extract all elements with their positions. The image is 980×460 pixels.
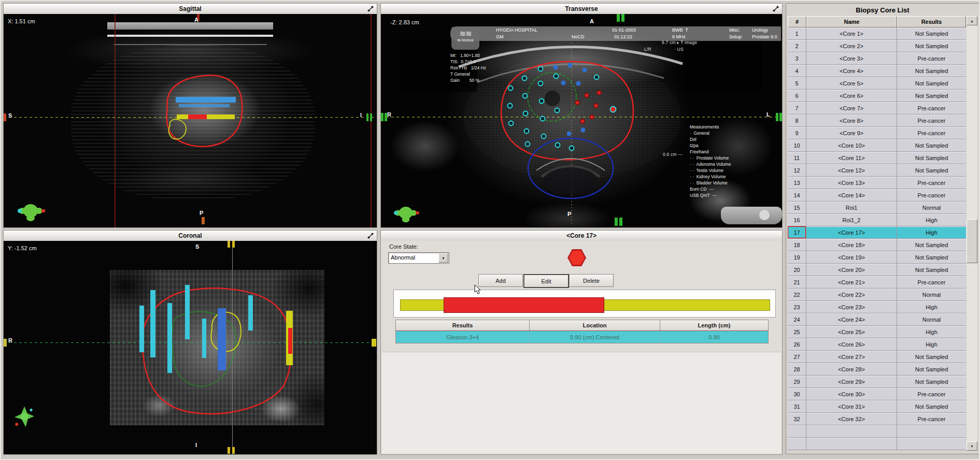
core-list-row[interactable]: 21<Core 21>Pre-cancer (788, 276, 966, 289)
orientation-superior: S (8, 112, 12, 119)
expand-view-icon[interactable] (367, 232, 374, 239)
overlay-text-line: t2pa (690, 142, 731, 149)
core-list-row[interactable]: 20<Core 20>Not Sampled (788, 264, 966, 276)
cell-number: 1 (788, 27, 806, 40)
coronal-viewport[interactable]: Y: -1.52 cm S R I (4, 241, 377, 454)
core-list-row[interactable]: 1<Core 1>Not Sampled (788, 27, 966, 40)
core-list-row[interactable]: 27<Core 27>Not Sampled (788, 351, 966, 363)
dropdown-arrow-icon[interactable]: ▼ (438, 253, 448, 263)
delete-button[interactable]: Delete (569, 274, 614, 287)
edit-button[interactable]: Edit (523, 274, 569, 288)
core-list-row[interactable]: 17<Core 17>High (788, 226, 966, 239)
core-list-row[interactable]: 13<Core 13>Pre-cancer (788, 177, 966, 189)
scroll-down-icon[interactable]: ▼ (967, 441, 977, 451)
ultrasound-header-bar: HYGEIA HOSPITAL GM NoCD 01-01-2003 01:12… (450, 26, 781, 41)
scrollbar-thumb[interactable] (967, 219, 977, 263)
core-list-row[interactable]: 18<Core 18>Not Sampled (788, 239, 966, 251)
expand-view-icon[interactable] (772, 5, 779, 12)
cell-number: 13 (788, 177, 806, 189)
cell-number: 26 (788, 338, 806, 351)
core-list-row[interactable]: 2<Core 2>Not Sampled (788, 40, 966, 52)
abnormal-core-glyph (567, 249, 586, 266)
sagittal-title: Sagittal (179, 5, 201, 12)
sagittal-viewport[interactable]: X: 1.51 cm A S I P (4, 14, 377, 227)
sagittal-panel: Sagittal X: 1.51 cm A (3, 3, 377, 228)
coronal-crosshair-vertical (232, 241, 233, 454)
core-list-row[interactable]: 24<Core 24>Normal (788, 313, 966, 326)
orientation-inferior: I (195, 442, 197, 448)
col-name[interactable]: Name (806, 16, 897, 27)
core-list-row[interactable]: 7<Core 7>Pre-cancer (788, 102, 966, 114)
scroll-up-icon[interactable]: ▲ (967, 16, 977, 25)
cell-result (897, 425, 966, 438)
core-list-row[interactable]: 29<Core 29>Not Sampled (788, 376, 966, 388)
expand-view-icon[interactable] (367, 5, 374, 12)
core-list-row[interactable]: 32<Core 32>Pre-cancer (788, 413, 966, 425)
cell-name: <Core 30> (806, 388, 897, 400)
cell-result: Pre-cancer (897, 102, 966, 114)
core-list-row[interactable]: 22<Core 22>Normal (788, 289, 966, 301)
cell-number: 24 (788, 313, 806, 326)
core-list-body: 1<Core 1>Not Sampled2<Core 2>Not Sampled… (788, 27, 966, 450)
core-list-row[interactable]: 16Roi1_2High (788, 214, 966, 226)
core-list-row[interactable]: 15Roi1Normal (788, 202, 966, 214)
overlay-text-line: MI: 1.80+1.80 (450, 52, 486, 59)
cell-name: <Core 5> (806, 77, 897, 90)
orientation-inferior: I (360, 112, 362, 118)
cell-result: High (897, 214, 966, 226)
core-list-row[interactable]: 19<Core 19>Not Sampled (788, 251, 966, 264)
cell-name: <Core 2> (806, 40, 897, 52)
core-list-row[interactable]: 11<Core 11>Not Sampled (788, 152, 966, 164)
cell-name: <Core 8> (806, 114, 897, 127)
core-list-row[interactable]: 10<Core 10>Not Sampled (788, 139, 966, 152)
cell-name: Roi1_2 (806, 214, 897, 226)
transverse-viewport[interactable]: ≋≋ bk Medical HYGEIA HOSPITAL GM NoCD 01… (381, 14, 782, 227)
body-marker-icon (391, 202, 420, 224)
cell-result: Not Sampled (897, 152, 966, 164)
exam-time: 01:12:22 (614, 34, 632, 39)
core-list-row[interactable]: 12<Core 12>Not Sampled (788, 164, 966, 177)
cell-name: <Core 23> (806, 301, 897, 313)
cell-result: Normal (897, 202, 966, 214)
core-list-row[interactable]: 23<Core 23>High (788, 301, 966, 313)
overlay-text-line: Del (690, 136, 731, 142)
core-list-row[interactable]: 25<Core 25>High (788, 326, 966, 338)
cell-result: High (897, 338, 966, 351)
core-list-row[interactable]: 30<Core 30>Pre-cancer (788, 388, 966, 400)
result-length: 0.90 (660, 331, 768, 343)
core-length-bar (393, 290, 776, 318)
add-button[interactable]: Add (478, 274, 523, 287)
cell-result: Not Sampled (897, 363, 966, 376)
core-results-table: Results Location Length (cm) Gleason 3+4… (395, 320, 769, 343)
core-list-row[interactable]: 3<Core 3>Pre-cancer (788, 52, 966, 65)
core-list-row[interactable]: 4<Core 4>Not Sampled (788, 65, 966, 77)
core-list-row[interactable]: 5<Core 5>Not Sampled (788, 77, 966, 90)
cell-result: Pre-cancer (897, 52, 966, 65)
core-list-empty-row[interactable] (788, 425, 966, 438)
cell-number: 31 (788, 400, 806, 413)
operator-id: GM (496, 34, 504, 39)
overlay-text-line: · · Kidney Volume (690, 174, 731, 180)
cell-name: <Core 13> (806, 177, 897, 189)
core-list-row[interactable]: 26<Core 26>High (788, 338, 966, 351)
body-marker-icon (15, 198, 46, 223)
core-list-empty-row[interactable] (788, 438, 966, 450)
core-state-dropdown[interactable]: Abnormal ▼ (388, 252, 449, 264)
core-results-row[interactable]: Gleason 3+4 0.90 (cm) Centered 0.90 (395, 331, 769, 343)
core-list-row[interactable]: 31<Core 31>Not Sampled (788, 400, 966, 413)
core-list-row[interactable]: 9<Core 9>Pre-cancer (788, 127, 966, 139)
transverse-title: Transverse (565, 5, 598, 12)
col-number[interactable]: # (788, 16, 806, 27)
application-window: Sagittal X: 1.51 cm A (0, 0, 980, 460)
core-list-row[interactable]: 14<Core 14>Pre-cancer (788, 189, 966, 202)
cell-name (806, 425, 897, 438)
transverse-titlebar: Transverse (381, 4, 782, 15)
biopsy-core-list-panel: Biopsy Core List # Name Results 1<Core 1… (786, 3, 979, 454)
core-list-row[interactable]: 8<Core 8>Pre-cancer (788, 114, 966, 127)
core-list-row[interactable]: 6<Core 6>Not Sampled (788, 90, 966, 102)
core-list-scrollbar[interactable]: ▲ ▼ (967, 16, 977, 451)
col-results[interactable]: Results (897, 16, 966, 27)
core-list-row[interactable]: 28<Core 28>Not Sampled (788, 363, 966, 376)
overlay-text-line: Freehand (690, 149, 731, 155)
overlay-text-line: · · Adenoma Volume (690, 161, 731, 167)
